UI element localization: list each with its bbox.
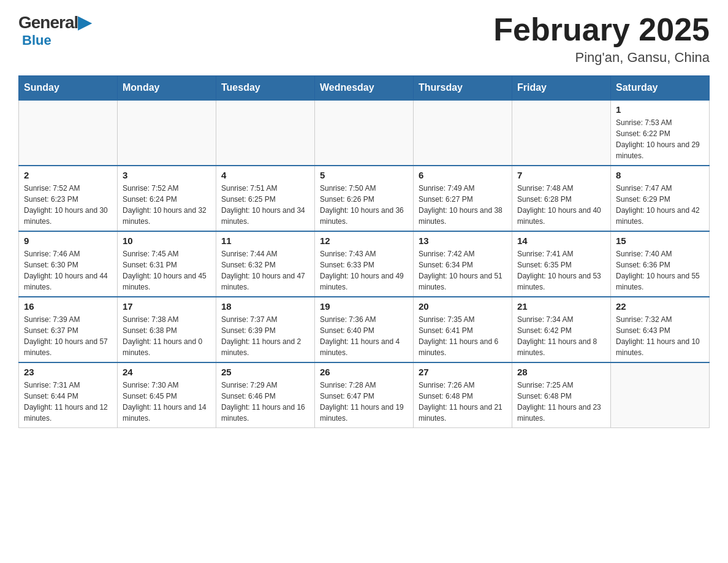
day-number: 8 [616, 170, 704, 180]
day-info: Sunrise: 7:25 AMSunset: 6:48 PMDaylight:… [517, 380, 605, 424]
calendar-cell: 9Sunrise: 7:46 AMSunset: 6:30 PMDaylight… [19, 231, 118, 297]
day-number: 17 [123, 301, 211, 312]
header-sunday: Sunday [19, 76, 118, 101]
day-number: 24 [123, 367, 211, 377]
day-number: 14 [517, 236, 605, 246]
day-info: Sunrise: 7:49 AMSunset: 6:27 PMDaylight:… [419, 183, 507, 227]
day-info: Sunrise: 7:42 AMSunset: 6:34 PMDaylight:… [419, 248, 507, 293]
header-thursday: Thursday [414, 76, 512, 101]
day-number: 28 [517, 367, 605, 377]
day-number: 27 [419, 367, 507, 377]
day-info: Sunrise: 7:44 AMSunset: 6:32 PMDaylight:… [221, 248, 309, 293]
day-info: Sunrise: 7:26 AMSunset: 6:48 PMDaylight:… [419, 380, 507, 424]
day-number: 16 [24, 301, 112, 312]
day-info: Sunrise: 7:53 AMSunset: 6:22 PMDaylight:… [616, 117, 704, 161]
calendar-cell: 20Sunrise: 7:35 AMSunset: 6:41 PMDayligh… [414, 297, 512, 362]
calendar-week-4: 16Sunrise: 7:39 AMSunset: 6:37 PMDayligh… [19, 297, 710, 362]
logo-arrow: ▶ [78, 13, 91, 32]
day-number: 22 [616, 301, 704, 312]
calendar-cell: 21Sunrise: 7:34 AMSunset: 6:42 PMDayligh… [512, 297, 611, 362]
day-info: Sunrise: 7:51 AMSunset: 6:25 PMDaylight:… [221, 183, 309, 227]
page-header: General▶ Blue February 2025 Ping'an, Gan… [18, 12, 710, 66]
day-info: Sunrise: 7:40 AMSunset: 6:36 PMDaylight:… [616, 248, 704, 293]
day-info: Sunrise: 7:29 AMSunset: 6:46 PMDaylight:… [221, 380, 309, 424]
calendar-location: Ping'an, Gansu, China [493, 50, 710, 66]
day-number: 18 [221, 301, 309, 312]
day-number: 1 [616, 104, 704, 115]
calendar-cell: 7Sunrise: 7:48 AMSunset: 6:28 PMDaylight… [512, 166, 611, 231]
day-number: 20 [419, 301, 507, 312]
calendar-cell: 15Sunrise: 7:40 AMSunset: 6:36 PMDayligh… [611, 231, 710, 297]
logo: General▶ Blue [18, 12, 91, 48]
day-number: 15 [616, 236, 704, 246]
day-number: 19 [320, 301, 408, 312]
calendar-cell [315, 100, 414, 166]
calendar-cell: 10Sunrise: 7:45 AMSunset: 6:31 PMDayligh… [118, 231, 216, 297]
calendar-cell: 2Sunrise: 7:52 AMSunset: 6:23 PMDaylight… [19, 166, 118, 231]
header-tuesday: Tuesday [216, 76, 315, 101]
day-number: 26 [320, 367, 408, 377]
calendar-cell [118, 100, 216, 166]
calendar-cell: 24Sunrise: 7:30 AMSunset: 6:45 PMDayligh… [118, 362, 216, 428]
calendar-cell: 6Sunrise: 7:49 AMSunset: 6:27 PMDaylight… [414, 166, 512, 231]
calendar-cell: 4Sunrise: 7:51 AMSunset: 6:25 PMDaylight… [216, 166, 315, 231]
day-info: Sunrise: 7:48 AMSunset: 6:28 PMDaylight:… [517, 183, 605, 227]
day-info: Sunrise: 7:50 AMSunset: 6:26 PMDaylight:… [320, 183, 408, 227]
calendar-cell: 27Sunrise: 7:26 AMSunset: 6:48 PMDayligh… [414, 362, 512, 428]
day-number: 2 [24, 170, 112, 180]
calendar-cell: 12Sunrise: 7:43 AMSunset: 6:33 PMDayligh… [315, 231, 414, 297]
calendar-cell: 18Sunrise: 7:37 AMSunset: 6:39 PMDayligh… [216, 297, 315, 362]
header-wednesday: Wednesday [315, 76, 414, 101]
calendar-week-5: 23Sunrise: 7:31 AMSunset: 6:44 PMDayligh… [19, 362, 710, 428]
day-info: Sunrise: 7:45 AMSunset: 6:31 PMDaylight:… [123, 248, 211, 293]
day-number: 3 [123, 170, 211, 180]
header-saturday: Saturday [611, 76, 710, 101]
day-info: Sunrise: 7:34 AMSunset: 6:42 PMDaylight:… [517, 314, 605, 358]
calendar-cell: 22Sunrise: 7:32 AMSunset: 6:43 PMDayligh… [611, 297, 710, 362]
day-info: Sunrise: 7:43 AMSunset: 6:33 PMDaylight:… [320, 248, 408, 293]
calendar-table: Sunday Monday Tuesday Wednesday Thursday… [18, 75, 710, 428]
calendar-cell: 25Sunrise: 7:29 AMSunset: 6:46 PMDayligh… [216, 362, 315, 428]
calendar-cell: 19Sunrise: 7:36 AMSunset: 6:40 PMDayligh… [315, 297, 414, 362]
calendar-title: February 2025 [493, 12, 710, 47]
calendar-cell: 11Sunrise: 7:44 AMSunset: 6:32 PMDayligh… [216, 231, 315, 297]
calendar-cell: 16Sunrise: 7:39 AMSunset: 6:37 PMDayligh… [19, 297, 118, 362]
day-info: Sunrise: 7:28 AMSunset: 6:47 PMDaylight:… [320, 380, 408, 424]
day-info: Sunrise: 7:30 AMSunset: 6:45 PMDaylight:… [123, 380, 211, 424]
logo-general-text: General▶ [18, 13, 91, 32]
day-number: 10 [123, 236, 211, 246]
calendar-week-3: 9Sunrise: 7:46 AMSunset: 6:30 PMDaylight… [19, 231, 710, 297]
calendar-cell: 3Sunrise: 7:52 AMSunset: 6:24 PMDaylight… [118, 166, 216, 231]
day-info: Sunrise: 7:31 AMSunset: 6:44 PMDaylight:… [24, 380, 112, 424]
calendar-cell [414, 100, 512, 166]
calendar-cell: 28Sunrise: 7:25 AMSunset: 6:48 PMDayligh… [512, 362, 611, 428]
day-number: 6 [419, 170, 507, 180]
calendar-cell: 17Sunrise: 7:38 AMSunset: 6:38 PMDayligh… [118, 297, 216, 362]
calendar-cell: 14Sunrise: 7:41 AMSunset: 6:35 PMDayligh… [512, 231, 611, 297]
day-number: 5 [320, 170, 408, 180]
logo-top-row: General▶ [18, 12, 91, 33]
day-info: Sunrise: 7:39 AMSunset: 6:37 PMDaylight:… [24, 314, 112, 358]
calendar-cell [216, 100, 315, 166]
day-number: 25 [221, 367, 309, 377]
day-number: 13 [419, 236, 507, 246]
day-info: Sunrise: 7:32 AMSunset: 6:43 PMDaylight:… [616, 314, 704, 358]
day-info: Sunrise: 7:47 AMSunset: 6:29 PMDaylight:… [616, 183, 704, 227]
day-info: Sunrise: 7:37 AMSunset: 6:39 PMDaylight:… [221, 314, 309, 358]
logo-bottom-row: Blue [18, 33, 51, 48]
calendar-cell: 8Sunrise: 7:47 AMSunset: 6:29 PMDaylight… [611, 166, 710, 231]
day-info: Sunrise: 7:35 AMSunset: 6:41 PMDaylight:… [419, 314, 507, 358]
calendar-cell: 26Sunrise: 7:28 AMSunset: 6:47 PMDayligh… [315, 362, 414, 428]
calendar-cell: 1Sunrise: 7:53 AMSunset: 6:22 PMDaylight… [611, 100, 710, 166]
day-info: Sunrise: 7:41 AMSunset: 6:35 PMDaylight:… [517, 248, 605, 293]
day-number: 7 [517, 170, 605, 180]
title-block: February 2025 Ping'an, Gansu, China [493, 12, 710, 66]
day-info: Sunrise: 7:46 AMSunset: 6:30 PMDaylight:… [24, 248, 112, 293]
day-number: 12 [320, 236, 408, 246]
calendar-cell [611, 362, 710, 428]
weekday-header-row: Sunday Monday Tuesday Wednesday Thursday… [19, 76, 710, 101]
day-number: 11 [221, 236, 309, 246]
day-number: 4 [221, 170, 309, 180]
day-number: 21 [517, 301, 605, 312]
day-number: 23 [24, 367, 112, 377]
